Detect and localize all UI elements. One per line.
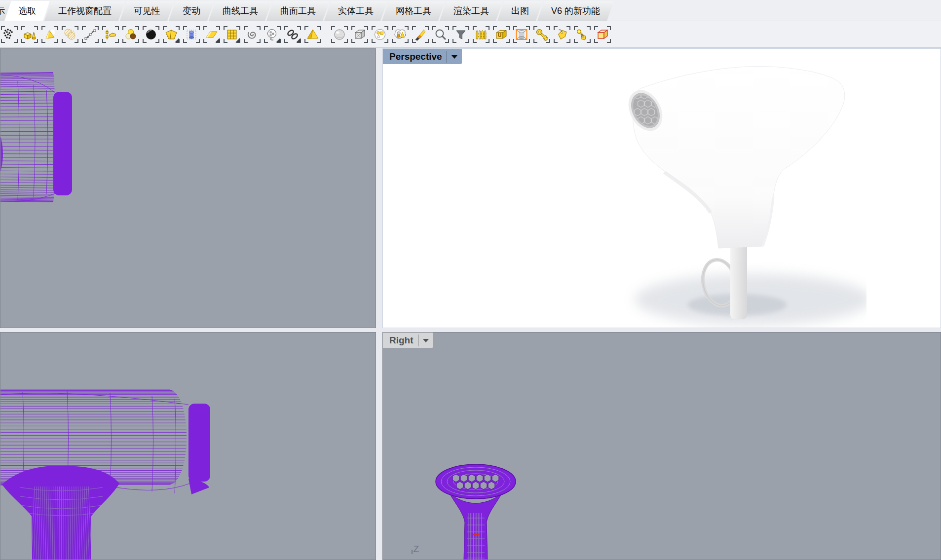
yellow-grid-icon[interactable]	[224, 26, 240, 43]
gray-cube-icon[interactable]	[351, 26, 368, 43]
menu-tab-4[interactable]: 变动	[169, 1, 214, 21]
svg-text:U: U	[498, 33, 501, 38]
dot-grid-icon[interactable]	[1, 26, 18, 43]
menu-tab-2[interactable]: 工作视窗配置	[44, 1, 125, 21]
filter-funnel-icon[interactable]	[452, 26, 469, 43]
cube-and-cone-icon[interactable]	[21, 26, 38, 43]
gray-sphere-icon[interactable]	[331, 26, 348, 43]
menu-tab-label: 渲染工具	[453, 6, 489, 16]
menu-tab-label: V6 的新功能	[551, 6, 600, 16]
menu-tab-label: 工作视窗配置	[58, 6, 112, 16]
red-edge-cube-icon[interactable]	[594, 26, 611, 43]
dimension-hand-icon[interactable]	[102, 26, 119, 43]
key-and-tag-icon[interactable]	[574, 26, 591, 43]
small-shapes-circle-icon[interactable]	[372, 26, 388, 43]
menu-tab-label: 实体工具	[338, 6, 374, 16]
color-circles-icon[interactable]	[122, 26, 139, 43]
viewport-top-left[interactable]	[0, 48, 376, 328]
menu-tab-9[interactable]: 渲染工具	[440, 1, 503, 21]
cone-icon[interactable]	[41, 26, 58, 43]
z-axis-label: Z	[412, 544, 419, 555]
menu-tab-6[interactable]: 曲面工具	[266, 1, 330, 21]
viewport-title: Perspective	[389, 51, 442, 62]
viewport-right[interactable]: Right Z	[382, 332, 941, 560]
menu-tab-label: 选取	[18, 6, 36, 16]
label-separator	[418, 335, 418, 346]
rendered-hairdryer	[590, 54, 866, 328]
menu-tab-label: 曲面工具	[280, 6, 316, 16]
open-surface-icon[interactable]	[163, 26, 180, 43]
label-separator	[447, 51, 447, 63]
chevron-down-icon[interactable]	[452, 55, 457, 59]
menu-tab-8[interactable]: 网格工具	[382, 1, 445, 21]
menu-tab-5[interactable]: 曲线工具	[209, 1, 272, 21]
menu-tab-10[interactable]: 出图	[497, 1, 543, 21]
toolbar-separator	[325, 25, 328, 44]
menu-tab-11[interactable]: V6 的新功能	[537, 1, 614, 21]
resize-arrows-icon[interactable]	[82, 26, 99, 43]
viewport-title: Right	[389, 335, 414, 346]
chain-icon[interactable]	[284, 26, 301, 43]
magnifier-icon[interactable]	[432, 26, 449, 43]
menu-tab-label: 示	[0, 6, 5, 16]
menu-tab-label: 可见性	[134, 6, 160, 16]
z-axis-tick	[412, 550, 413, 554]
toolbar: U	[0, 21, 941, 48]
menu-tab-1[interactable]: 选取	[4, 1, 50, 21]
yellow-plane-icon[interactable]	[203, 26, 220, 43]
wireframe-top-left	[0, 70, 77, 233]
menu-tab-bar: 示选取工作视窗配置可见性变动曲线工具曲面工具实体工具网格工具渲染工具出图V6 的…	[0, 0, 941, 21]
cube-u-icon[interactable]: U	[493, 26, 510, 43]
wireframe-right-view	[427, 461, 531, 560]
spiral-icon[interactable]	[244, 26, 261, 43]
wireframe-bottom-left	[0, 382, 269, 560]
perspective-viewport-label[interactable]: Perspective	[383, 49, 462, 64]
hatched-circles-icon[interactable]	[62, 26, 78, 43]
chevron-down-icon[interactable]	[423, 339, 429, 342]
right-viewport-label[interactable]: Right	[383, 333, 433, 348]
viewport-perspective[interactable]: Perspective	[382, 48, 941, 328]
blue-cylinder-icon[interactable]	[183, 26, 200, 43]
menu-tab-label: 出图	[511, 6, 529, 16]
menu-tab-label: 网格工具	[396, 6, 431, 16]
pyramid-icon[interactable]	[304, 26, 321, 43]
paintbrush-icon[interactable]	[412, 26, 429, 43]
viewport-bottom-left[interactable]	[0, 332, 376, 560]
menu-tab-label: 曲线工具	[223, 6, 258, 16]
menu-tab-7[interactable]: 实体工具	[324, 1, 387, 21]
fence-icon[interactable]	[473, 26, 489, 43]
black-sphere-icon[interactable]	[143, 26, 159, 43]
tag-icon[interactable]	[554, 26, 570, 43]
key-icon[interactable]	[533, 26, 550, 43]
beads-circle-icon[interactable]	[264, 26, 281, 43]
cylinder-frame-icon[interactable]	[513, 26, 530, 43]
menu-tab-3[interactable]: 可见性	[120, 1, 174, 21]
lasso-shapes-icon[interactable]	[392, 26, 409, 43]
menu-tab-label: 变动	[183, 6, 200, 16]
